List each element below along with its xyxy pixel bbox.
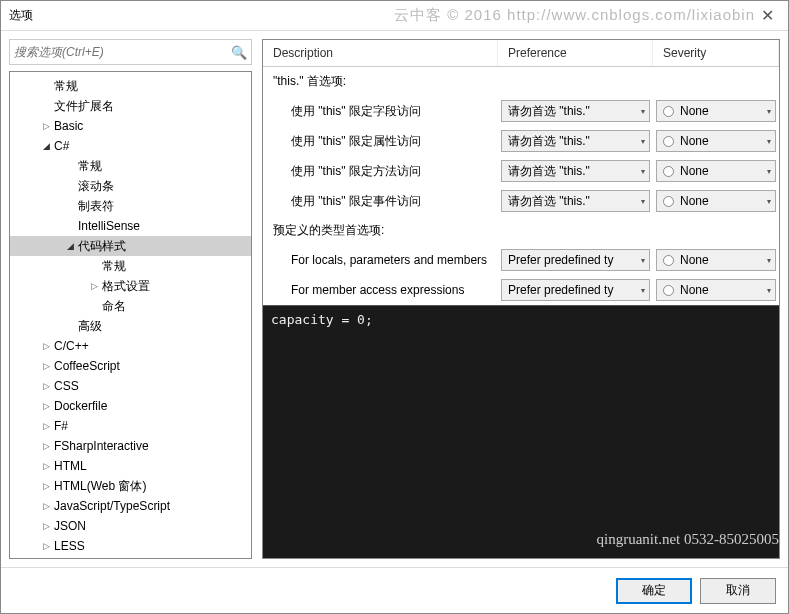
group-header: "this." 首选项: — [263, 67, 779, 96]
combo-text: 请勿首选 "this." — [508, 103, 638, 120]
preview-watermark: qingruanit.net 0532-85025005 — [597, 531, 779, 548]
chevron-down-icon: ▾ — [767, 286, 771, 295]
close-icon[interactable]: ✕ — [755, 6, 780, 25]
tree-item-label: Basic — [52, 119, 83, 133]
tree-item[interactable]: ▷CoffeeScript — [10, 356, 251, 376]
tree-item-label: 常规 — [76, 158, 102, 175]
chevron-down-icon: ▾ — [641, 137, 645, 146]
tree-item-label: C# — [52, 139, 69, 153]
options-dialog: 选项 云中客 © 2016 http://www.cnblogs.com/lix… — [0, 0, 789, 614]
severity-dropdown[interactable]: None▾ — [656, 279, 776, 301]
setting-description: 使用 "this" 限定字段访问 — [263, 103, 498, 120]
ok-button[interactable]: 确定 — [616, 578, 692, 604]
combo-text: None — [680, 104, 764, 118]
dialog-footer: 确定 取消 — [1, 567, 788, 613]
tree-item-label: 滚动条 — [76, 178, 114, 195]
tree-item[interactable]: 常规 — [10, 76, 251, 96]
chevron-right-icon[interactable]: ▷ — [40, 481, 52, 491]
tree-item[interactable]: ▷HTML(Web 窗体) — [10, 476, 251, 496]
code-preview: capacity = 0; qingruanit.net 0532-850250… — [263, 305, 779, 558]
tree-item[interactable]: 制表符 — [10, 196, 251, 216]
tree-item[interactable]: 高级 — [10, 316, 251, 336]
tree-item[interactable]: ▷Dockerfile — [10, 396, 251, 416]
tree-item[interactable]: ▷F# — [10, 416, 251, 436]
preference-dropdown[interactable]: 请勿首选 "this."▾ — [501, 190, 650, 212]
chevron-right-icon[interactable]: ▷ — [40, 501, 52, 511]
combo-text: 请勿首选 "this." — [508, 163, 638, 180]
combo-text: None — [680, 194, 764, 208]
chevron-right-icon[interactable]: ▷ — [40, 401, 52, 411]
tree-item[interactable]: ▷FSharpInteractive — [10, 436, 251, 456]
search-box[interactable]: 🔍 — [9, 39, 252, 65]
tree-item[interactable]: ◢代码样式 — [10, 236, 251, 256]
setting-row: 使用 "this" 限定字段访问请勿首选 "this."▾None▾ — [263, 96, 779, 126]
preference-dropdown[interactable]: Prefer predefined ty▾ — [501, 279, 650, 301]
chevron-down-icon: ▾ — [641, 256, 645, 265]
tree-item-label: LESS — [52, 539, 85, 553]
tree-item-label: 制表符 — [76, 198, 114, 215]
search-icon[interactable]: 🔍 — [231, 45, 247, 60]
tree-item[interactable]: ▷CSS — [10, 376, 251, 396]
tree-item[interactable]: 文件扩展名 — [10, 96, 251, 116]
tree-item[interactable]: 命名 — [10, 296, 251, 316]
chevron-right-icon[interactable]: ▷ — [40, 381, 52, 391]
severity-dropdown[interactable]: None▾ — [656, 130, 776, 152]
radio-icon — [663, 106, 674, 117]
chevron-right-icon[interactable]: ▷ — [40, 421, 52, 431]
tree-item[interactable]: ▷JavaScript/TypeScript — [10, 496, 251, 516]
preference-dropdown[interactable]: 请勿首选 "this."▾ — [501, 130, 650, 152]
chevron-right-icon[interactable]: ▷ — [40, 521, 52, 531]
chevron-right-icon[interactable]: ▷ — [40, 441, 52, 451]
tree-item-label: 常规 — [100, 258, 126, 275]
chevron-right-icon[interactable]: ▷ — [40, 461, 52, 471]
tree-item[interactable]: ▷HTML — [10, 456, 251, 476]
preference-dropdown[interactable]: 请勿首选 "this."▾ — [501, 100, 650, 122]
tree-item[interactable]: IntelliSense — [10, 216, 251, 236]
tree-item-label: IntelliSense — [76, 219, 140, 233]
preference-dropdown[interactable]: Prefer predefined ty▾ — [501, 249, 650, 271]
chevron-right-icon[interactable]: ▷ — [40, 361, 52, 371]
tree-item-label: JSON — [52, 519, 86, 533]
severity-dropdown[interactable]: None▾ — [656, 249, 776, 271]
category-tree[interactable]: 常规文件扩展名▷Basic◢C#常规滚动条制表符IntelliSense◢代码样… — [9, 71, 252, 559]
tree-item[interactable]: 常规 — [10, 256, 251, 276]
combo-text: 请勿首选 "this." — [508, 193, 638, 210]
severity-dropdown[interactable]: None▾ — [656, 100, 776, 122]
chevron-down-icon[interactable]: ◢ — [40, 141, 52, 151]
chevron-down-icon: ▾ — [641, 286, 645, 295]
chevron-right-icon[interactable]: ▷ — [40, 341, 52, 351]
tree-item-label: HTML(Web 窗体) — [52, 478, 146, 495]
tree-item[interactable]: ▷Basic — [10, 116, 251, 136]
chevron-down-icon: ▾ — [767, 107, 771, 116]
cancel-button[interactable]: 取消 — [700, 578, 776, 604]
left-panel: 🔍 常规文件扩展名▷Basic◢C#常规滚动条制表符IntelliSense◢代… — [9, 39, 252, 559]
combo-text: 请勿首选 "this." — [508, 133, 638, 150]
severity-dropdown[interactable]: None▾ — [656, 160, 776, 182]
chevron-down-icon: ▾ — [767, 167, 771, 176]
combo-text: None — [680, 253, 764, 267]
chevron-down-icon: ▾ — [767, 256, 771, 265]
chevron-right-icon[interactable]: ▷ — [40, 121, 52, 131]
dialog-title: 选项 — [9, 7, 394, 24]
tree-item-label: Dockerfile — [52, 399, 107, 413]
tree-item-label: CoffeeScript — [52, 359, 120, 373]
tree-item[interactable]: ▷C/C++ — [10, 336, 251, 356]
chevron-down-icon: ▾ — [641, 167, 645, 176]
tree-item-label: 命名 — [100, 298, 126, 315]
search-input[interactable] — [14, 45, 231, 59]
tree-item-label: 高级 — [76, 318, 102, 335]
tree-item[interactable]: ▷格式设置 — [10, 276, 251, 296]
setting-description: 使用 "this" 限定属性访问 — [263, 133, 498, 150]
tree-item[interactable]: 滚动条 — [10, 176, 251, 196]
preference-dropdown[interactable]: 请勿首选 "this."▾ — [501, 160, 650, 182]
severity-dropdown[interactable]: None▾ — [656, 190, 776, 212]
tree-item[interactable]: 常规 — [10, 156, 251, 176]
chevron-right-icon[interactable]: ▷ — [40, 541, 52, 551]
header-severity: Severity — [653, 40, 779, 66]
tree-item[interactable]: ▷JSON — [10, 516, 251, 536]
tree-item[interactable]: ▷LESS — [10, 536, 251, 556]
chevron-right-icon[interactable]: ▷ — [88, 281, 100, 291]
chevron-down-icon[interactable]: ◢ — [64, 241, 76, 251]
tree-item[interactable]: ◢C# — [10, 136, 251, 156]
setting-description: For member access expressions — [263, 283, 498, 297]
